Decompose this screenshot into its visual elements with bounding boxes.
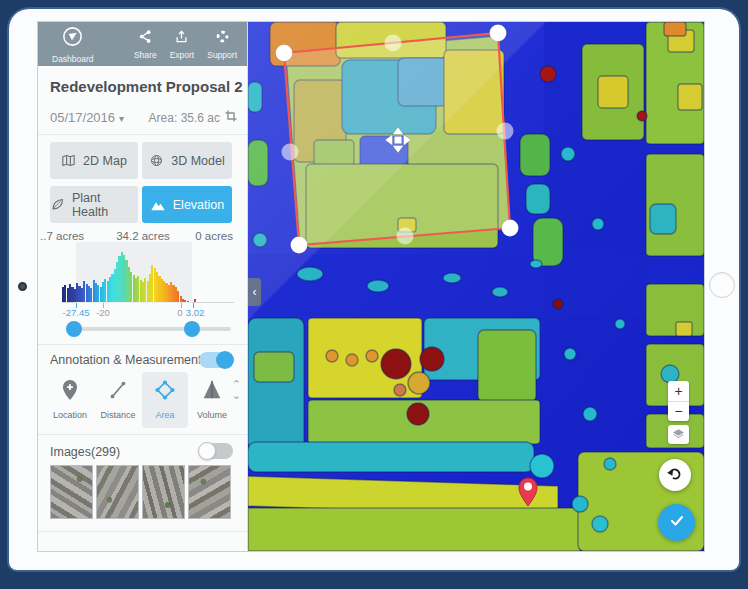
check-icon: [668, 513, 686, 532]
image-thumbnail[interactable]: [50, 465, 93, 519]
selection-handle-corner[interactable]: [502, 220, 519, 237]
slider-handle-max[interactable]: [184, 321, 200, 337]
dashboard-icon: [61, 25, 84, 52]
selection-handle-midpoint[interactable]: [497, 123, 514, 140]
tick-label-zero: 0: [177, 307, 182, 318]
selection-handle-midpoint[interactable]: [385, 35, 402, 52]
scroll-up-icon[interactable]: ⌃: [232, 380, 241, 389]
histogram-bar: [187, 301, 189, 302]
zoom-in-button[interactable]: +: [668, 381, 689, 402]
elevation-histogram: [62, 248, 234, 303]
view-plant-health-button[interactable]: Plant Health: [50, 186, 138, 223]
selection-handle-corner[interactable]: [490, 25, 507, 42]
slider-handle-min[interactable]: [66, 321, 82, 337]
toggle-knob: [198, 442, 216, 460]
export-button[interactable]: Export: [170, 29, 195, 60]
image-thumbnail[interactable]: [96, 465, 139, 519]
undo-arrow-icon: [666, 465, 684, 485]
elevation-map[interactable]: ‹ + −: [248, 22, 704, 551]
tool-volume[interactable]: Volume: [189, 372, 235, 428]
confirm-button[interactable]: [658, 504, 695, 541]
toggle-knob: [216, 351, 234, 369]
zoom-out-button[interactable]: −: [668, 402, 689, 422]
undo-button[interactable]: [659, 459, 691, 491]
area-readout: Area: 35.6 ac: [149, 110, 237, 125]
elevation-range-slider[interactable]: [66, 327, 231, 331]
tool-distance[interactable]: Distance: [95, 372, 141, 428]
selection-overlay: [248, 22, 704, 551]
annotation-toggle[interactable]: [199, 352, 233, 368]
divider: [38, 134, 247, 135]
support-label: Support: [207, 50, 237, 60]
tool-location[interactable]: Location: [47, 372, 93, 428]
date-selector[interactable]: 05/17/2016▾: [50, 110, 124, 125]
dashboard-button[interactable]: Dashboard: [52, 25, 94, 64]
selection-handle-corner[interactable]: [291, 237, 308, 254]
histogram-bars: [62, 252, 196, 302]
dashboard-label: Dashboard: [52, 54, 94, 64]
tick-label-max: 3.02: [186, 307, 205, 318]
tablet-camera: [18, 282, 27, 291]
acres-below-range: ..7 acres: [40, 230, 84, 242]
sidebar: Dashboard Share Export: [38, 22, 248, 551]
view-2d-map-button[interactable]: 2D Map: [50, 142, 138, 179]
map-pin[interactable]: [519, 478, 537, 506]
images-section-title: Images(299): [50, 445, 120, 459]
image-thumbnail[interactable]: [188, 465, 231, 519]
image-thumbnails: [50, 465, 231, 519]
acres-above-range: 0 acres: [195, 230, 233, 242]
view-3d-model-button[interactable]: 3D Model: [142, 142, 232, 179]
layers-button[interactable]: [668, 425, 689, 444]
selection-handle-midpoint[interactable]: [397, 228, 414, 245]
histogram-bar: [194, 299, 196, 302]
image-thumbnail[interactable]: [142, 465, 185, 519]
tool-area[interactable]: Area: [142, 372, 188, 428]
crop-area-icon[interactable]: [225, 110, 237, 125]
divider: [38, 344, 247, 345]
tablet-home-button[interactable]: [709, 272, 735, 298]
export-label: Export: [170, 50, 195, 60]
support-button[interactable]: Support: [207, 29, 237, 60]
support-icon: [215, 29, 230, 48]
tools-scroller: ⌃ ⌄: [232, 380, 241, 400]
selection-handle-corner[interactable]: [276, 45, 293, 62]
selection-handle-midpoint[interactable]: [282, 144, 299, 161]
share-icon: [138, 29, 153, 48]
images-toggle[interactable]: [199, 443, 233, 459]
view-elevation-button[interactable]: Elevation: [142, 186, 232, 223]
project-title: Redevelopment Proposal 2: [50, 78, 243, 95]
distance-line-icon: [107, 378, 129, 406]
tick-label-neg20: -20: [96, 307, 110, 318]
annotation-section-title: Annotation & Measurement: [50, 353, 201, 367]
share-button[interactable]: Share: [134, 29, 157, 60]
location-pin-icon: [60, 378, 80, 406]
export-icon: [174, 29, 189, 48]
date-caret-icon: ▾: [119, 113, 124, 124]
area-polygon-icon: [153, 378, 177, 406]
divider: [38, 531, 247, 532]
annotation-tools: Location Distance Area Volume: [38, 372, 248, 430]
scroll-down-icon[interactable]: ⌄: [232, 391, 241, 400]
sidebar-collapse-button[interactable]: ‹: [248, 278, 261, 306]
layers-icon: [672, 426, 685, 444]
acres-in-range: 34.2 acres: [98, 230, 188, 242]
app-window: Dashboard Share Export: [38, 22, 704, 551]
chevron-left-icon: ‹: [253, 285, 257, 299]
share-label: Share: [134, 50, 157, 60]
zoom-controls: + −: [668, 381, 689, 421]
top-toolbar: Dashboard Share Export: [38, 22, 247, 66]
tick-label-min: -27.45: [63, 307, 90, 318]
volume-cone-icon: [201, 378, 223, 406]
divider: [38, 434, 247, 435]
histogram-tick-labels: -27.45 -20 0 3.02: [62, 307, 234, 319]
